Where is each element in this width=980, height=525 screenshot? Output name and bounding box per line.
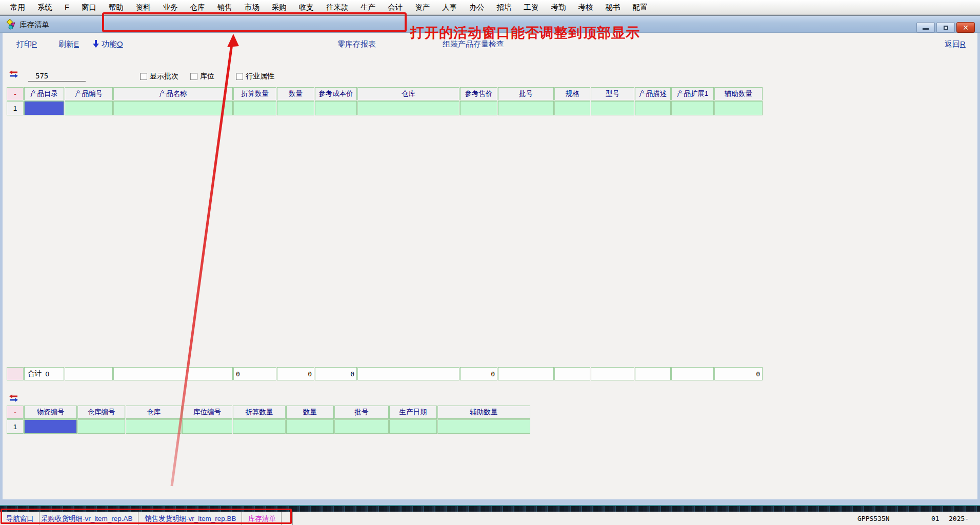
grid-cell[interactable]	[65, 101, 113, 115]
col-ref-cost[interactable]: 参考成本价	[315, 87, 357, 100]
grid-cell[interactable]	[460, 101, 497, 115]
grid-corner-cell[interactable]: -	[7, 406, 24, 419]
tab-purchase-receipt-detail[interactable]: 采购收货明细-vr_item_rep.AB	[36, 512, 138, 525]
grid-cell[interactable]	[182, 419, 232, 434]
tab-nav-window[interactable]: 导航窗口	[1, 512, 39, 525]
print-button[interactable]: 打印P	[16, 39, 37, 49]
col-product-desc[interactable]: 产品描述	[635, 87, 671, 100]
selected-cell[interactable]	[24, 101, 64, 115]
grid-cell[interactable]	[591, 101, 634, 115]
back-button[interactable]: 返回R	[945, 39, 966, 49]
menu-item-market[interactable]: 市场	[238, 0, 266, 15]
totals-row-header	[7, 367, 24, 380]
col-product-ext1[interactable]: 产品扩展1	[671, 87, 714, 100]
menu-item-production[interactable]: 生产	[354, 0, 382, 15]
col-location-code[interactable]: 库位编号	[182, 406, 232, 419]
menu-item-common[interactable]: 常用	[4, 0, 31, 15]
row-number-cell[interactable]: 1	[7, 419, 24, 434]
menu-item-hr[interactable]: 人事	[436, 0, 463, 15]
grid-cell[interactable]	[714, 101, 763, 115]
col-product-catalog[interactable]: 产品目录	[24, 87, 64, 100]
close-button[interactable]: ✕	[956, 22, 975, 33]
swap-rows-icon[interactable]	[9, 70, 18, 79]
selected-cell[interactable]	[24, 419, 77, 434]
maximize-icon	[944, 26, 948, 30]
record-count-input[interactable]	[28, 70, 86, 82]
swap-rows-icon-2[interactable]	[9, 394, 18, 403]
menu-item-purchase[interactable]: 采购	[266, 0, 293, 15]
grid-cell[interactable]	[277, 101, 314, 115]
col-warehouse2[interactable]: 仓库	[126, 406, 182, 419]
assembly-stock-check-link[interactable]: 组装产品存量检查	[443, 39, 504, 49]
refresh-button[interactable]: 刷新E	[58, 39, 79, 49]
grid-cell[interactable]	[315, 101, 357, 115]
menu-item-attendance[interactable]: 考勤	[545, 0, 572, 15]
menu-item-payroll[interactable]: 工资	[517, 0, 545, 15]
menu-item-sales[interactable]: 销售	[211, 0, 238, 15]
grid-cell[interactable]	[286, 419, 334, 434]
totals-cell	[113, 367, 233, 380]
grid-cell[interactable]	[77, 419, 125, 434]
grid-cell[interactable]	[389, 419, 437, 434]
grid-cell[interactable]	[357, 101, 459, 115]
menu-item-system[interactable]: 系统	[31, 0, 58, 15]
grid-cell[interactable]	[635, 101, 671, 115]
close-icon: ✕	[963, 24, 969, 32]
col-spec[interactable]: 规格	[554, 87, 590, 100]
menu-item-warehouse[interactable]: 仓库	[184, 0, 211, 15]
maximize-button[interactable]	[936, 22, 955, 33]
grid-cell[interactable]	[233, 419, 286, 434]
grid-cell[interactable]	[554, 101, 590, 115]
col-product-code[interactable]: 产品编号	[65, 87, 113, 100]
col-prod-date[interactable]: 生产日期	[389, 406, 437, 419]
col-material-code[interactable]: 物资编号	[24, 406, 77, 419]
zero-stock-report-link[interactable]: 零库存报表	[337, 39, 376, 49]
col-aux-qty[interactable]: 辅助数量	[714, 87, 763, 100]
window-title-bar[interactable]: 库存清单 ✕	[0, 16, 980, 33]
col-qty2[interactable]: 数量	[286, 406, 334, 419]
grid-cell[interactable]	[126, 419, 182, 434]
minimize-button[interactable]	[916, 22, 935, 33]
status-date: 2025-05-3	[949, 512, 980, 525]
industry-attr-checkbox[interactable]: 行业属性	[236, 72, 274, 81]
col-conv-qty2[interactable]: 折算数量	[233, 406, 286, 419]
menu-item-help[interactable]: 帮助	[103, 0, 130, 15]
menu-item-recruit[interactable]: 招培	[490, 0, 517, 15]
col-batch-no[interactable]: 批号	[498, 87, 554, 100]
col-ref-price[interactable]: 参考售价	[460, 87, 497, 100]
grid-cell[interactable]	[671, 101, 714, 115]
menu-item-payments[interactable]: 收支	[293, 0, 320, 15]
menu-item-accounts[interactable]: 往来款	[320, 0, 355, 15]
location-checkbox[interactable]: 库位	[190, 72, 214, 81]
menu-item-data[interactable]: 资料	[130, 0, 157, 15]
menu-item-office[interactable]: 办公	[463, 0, 490, 15]
col-qty[interactable]: 数量	[277, 87, 314, 100]
menu-item-business[interactable]: 业务	[157, 0, 184, 15]
col-aux-qty2[interactable]: 辅助数量	[437, 406, 530, 419]
row-number-cell[interactable]: 1	[7, 101, 24, 115]
grid-cell[interactable]	[498, 101, 554, 115]
col-conv-qty[interactable]: 折算数量	[233, 87, 276, 100]
tab-sales-shipment-detail[interactable]: 销售发货明细-vr_item_rep.BB	[139, 512, 242, 525]
menu-item-assets[interactable]: 资产	[409, 0, 436, 15]
col-batch-no2[interactable]: 批号	[334, 406, 389, 419]
function-button[interactable]: 功能O	[93, 39, 123, 49]
menu-item-f[interactable]: F	[58, 0, 75, 15]
col-model[interactable]: 型号	[591, 87, 634, 100]
show-batch-checkbox[interactable]: 显示批次	[140, 72, 178, 81]
col-warehouse-code[interactable]: 仓库编号	[77, 406, 125, 419]
menu-item-config[interactable]: 配置	[626, 0, 653, 15]
grid-corner-cell[interactable]: -	[7, 87, 24, 100]
totals-cell	[591, 367, 634, 380]
col-warehouse[interactable]: 仓库	[357, 87, 459, 100]
menu-item-accounting[interactable]: 会计	[382, 0, 409, 15]
col-product-name[interactable]: 产品名称	[113, 87, 233, 100]
grid-cell[interactable]	[334, 419, 389, 434]
grid-cell[interactable]	[233, 101, 276, 115]
grid-cell[interactable]	[437, 419, 530, 434]
menu-item-assessment[interactable]: 考核	[572, 0, 599, 15]
menu-item-secretary[interactable]: 秘书	[599, 0, 626, 15]
tab-inventory-list[interactable]: 库存清单	[243, 512, 282, 525]
menu-item-window[interactable]: 窗口	[75, 0, 103, 15]
grid-cell[interactable]	[113, 101, 233, 115]
